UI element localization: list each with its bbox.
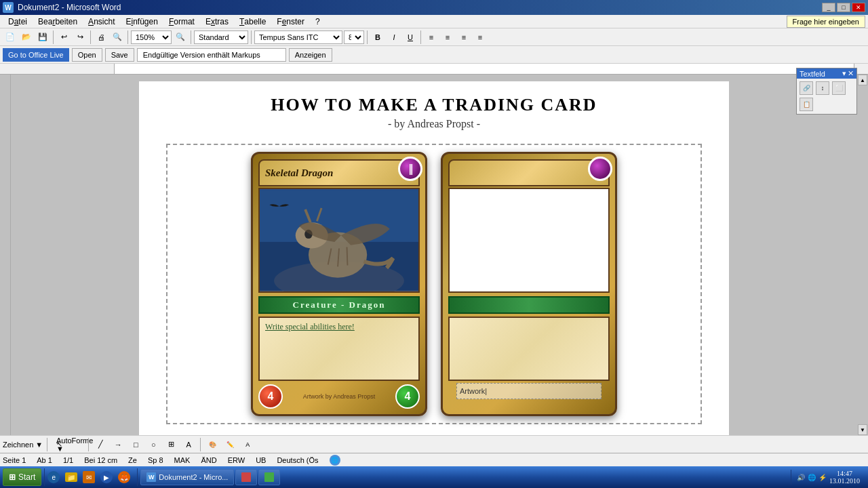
menu-format[interactable]: Format: [163, 15, 200, 28]
ruler: [0, 64, 868, 75]
redo-btn[interactable]: ↪: [73, 30, 87, 45]
app1-btn[interactable]: [235, 469, 257, 485]
status-and: ÄND: [201, 456, 216, 464]
style-select[interactable]: Standard: [194, 30, 248, 44]
fontcolor-btn[interactable]: A: [240, 437, 255, 452]
italic-btn[interactable]: I: [387, 30, 401, 45]
align-justify-btn[interactable]: ≡: [473, 30, 488, 45]
menu-datei[interactable]: Datei: [3, 15, 33, 28]
minimize-button[interactable]: _: [822, 3, 835, 12]
folder-btn[interactable]: 📁: [65, 469, 81, 485]
office-open-btn[interactable]: Open: [72, 48, 102, 62]
title-bar-buttons[interactable]: _ □ ✕: [822, 3, 865, 12]
ruler-inner: [114, 64, 854, 74]
textfeld-minimize[interactable]: ▾: [842, 75, 846, 78]
align-left-btn[interactable]: ≡: [424, 30, 439, 45]
align-center-btn[interactable]: ≡: [440, 30, 455, 45]
ql-sep: [44, 468, 45, 486]
media-btn[interactable]: ▶: [100, 469, 117, 485]
textfeld-tools: 🔗 ↕ ⬜ 📋: [797, 79, 856, 114]
artwork-textbox-active[interactable]: Artwork|: [456, 383, 601, 399]
card2-textbox: [448, 317, 610, 381]
textfeld-tool-4[interactable]: 📋: [800, 98, 813, 111]
arrow-btn[interactable]: →: [111, 437, 125, 452]
zeichnen-label[interactable]: Zeichnen ▼: [3, 441, 43, 449]
menu-tabelle[interactable]: Tabelle: [234, 15, 271, 28]
tray-sep: [137, 468, 138, 486]
menu-einfuegen[interactable]: Einfügen: [120, 15, 163, 28]
anzeigen-btn[interactable]: Anzeigen: [289, 48, 332, 62]
menu-ansicht[interactable]: Ansicht: [83, 15, 120, 28]
firefox-btn[interactable]: 🦊: [118, 469, 134, 485]
bold-btn[interactable]: B: [370, 30, 385, 45]
office-save-btn[interactable]: Save: [105, 48, 134, 62]
open-btn[interactable]: 📂: [19, 30, 34, 45]
menu-fenster[interactable]: Fenster: [271, 15, 310, 28]
print-btn[interactable]: 🖨: [94, 30, 108, 45]
word-taskbar-icon: W: [146, 472, 156, 482]
document-area[interactable]: How to make A Trading Card - by Andreas …: [11, 75, 857, 435]
clock-time: 14:47: [837, 470, 852, 477]
oval-btn[interactable]: ○: [146, 437, 161, 452]
maximize-button[interactable]: □: [837, 3, 850, 12]
app2-btn[interactable]: [258, 469, 280, 485]
font-select[interactable]: Tempus Sans ITC: [254, 30, 342, 44]
wordart-btn[interactable]: A: [181, 437, 196, 452]
new-btn[interactable]: 📄: [3, 30, 18, 45]
outlook-btn[interactable]: ✉: [83, 469, 99, 485]
start-button[interactable]: ⊞ Start: [3, 468, 41, 486]
zoom-select[interactable]: 150%: [131, 30, 172, 44]
save-btn[interactable]: 💾: [35, 30, 50, 45]
help-input[interactable]: Frage hier eingeben: [787, 16, 865, 28]
rect-btn[interactable]: □: [128, 437, 143, 452]
menu-bearbeiten[interactable]: Bearbeiten: [33, 15, 83, 28]
textfeld-tool-1[interactable]: 🔗: [800, 81, 813, 95]
line-btn[interactable]: ╱: [93, 437, 108, 452]
textfeld-controls[interactable]: ▾ ✕: [842, 75, 854, 78]
textfeld-tool-3[interactable]: ⬜: [832, 81, 846, 95]
undo-btn[interactable]: ↩: [56, 30, 71, 45]
scroll-up-btn[interactable]: ▲: [858, 75, 867, 85]
menu-extras[interactable]: Extras: [200, 15, 234, 28]
office-live-btn[interactable]: Go to Office Live: [3, 48, 69, 62]
card1-type-text: Creature - Dragon: [293, 300, 386, 310]
scroll-down-btn[interactable]: ▼: [858, 424, 867, 435]
right-scrollbar[interactable]: ▲ ▼: [857, 75, 868, 435]
folder-icon: 📁: [65, 472, 77, 482]
zoom-btn[interactable]: 🔍: [173, 30, 188, 45]
linecolor-btn[interactable]: ✏️: [222, 437, 237, 452]
menu-help[interactable]: ?: [310, 15, 326, 28]
align-right-btn[interactable]: ≡: [456, 30, 471, 45]
textfeld-tool-2[interactable]: ↕: [816, 81, 829, 95]
textbox-btn[interactable]: ⊞: [163, 437, 178, 452]
ie-btn[interactable]: e: [47, 469, 64, 485]
status-bei: Bei 12 cm: [84, 456, 117, 464]
drawing-toolbar: Zeichnen ▼ ↖ AutoFormen ▼ ╱ → □ ○ ⊞ A 🎨 …: [0, 435, 868, 453]
media-icon: ▶: [100, 471, 113, 483]
dragon-svg: [260, 189, 418, 291]
tray-icon-2: 🌐: [808, 474, 816, 481]
textfeld-panel[interactable]: Textfeld ▾ ✕ 🔗 ↕ ⬜ 📋: [796, 75, 857, 115]
doc-subtitle: - by Andreas Propst -: [166, 118, 702, 130]
status-bar: Seite 1 Ab 1 1/1 Bei 12 cm Ze Sp 8 MAK Ä…: [0, 453, 868, 466]
close-button[interactable]: ✕: [852, 3, 865, 12]
sep2: [90, 30, 91, 44]
fillcolor-btn[interactable]: 🎨: [205, 437, 220, 452]
left-margin: [0, 75, 11, 435]
underline-btn[interactable]: U: [403, 30, 418, 45]
app1-icon: [241, 472, 251, 482]
preview-btn[interactable]: 🔍: [110, 30, 125, 45]
draw-sep1: [47, 438, 47, 451]
doc-title: How to make A Trading Card: [166, 95, 702, 115]
card1-credit: Artwork by Andreas Propst: [283, 393, 395, 400]
card2-type-bar: [448, 296, 610, 314]
autoformen-btn[interactable]: AutoFormen ▼: [69, 437, 84, 452]
firefox-icon: 🦊: [118, 471, 130, 483]
word-taskbar-btn[interactable]: W Dokument2 - Micro...: [140, 469, 234, 485]
card-template: Artwork|: [441, 152, 617, 416]
main-area: How to make A Trading Card - by Andreas …: [0, 75, 868, 435]
word-taskbar-label: Dokument2 - Micro...: [159, 473, 228, 481]
textfeld-close[interactable]: ✕: [848, 75, 854, 78]
size-select[interactable]: 8: [344, 30, 364, 44]
card2-mana-circle: [588, 157, 612, 181]
